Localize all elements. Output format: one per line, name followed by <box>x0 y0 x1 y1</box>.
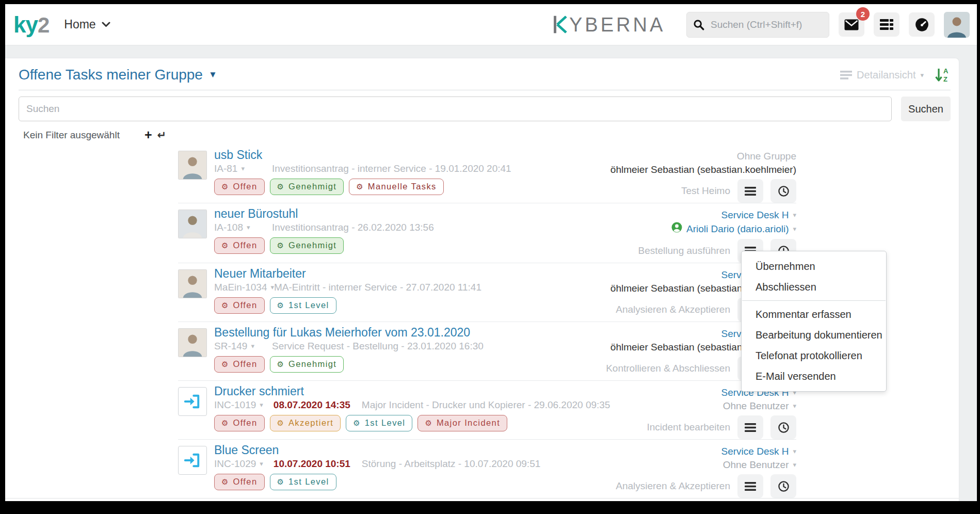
ky2-logo-text: ky <box>13 12 38 38</box>
menu-item[interactable]: Abschliessen <box>742 277 886 297</box>
caret-down-icon: ▾ <box>793 445 796 458</box>
task-row: Bestellung für Lukas Meierhofer vom 23.0… <box>178 322 796 381</box>
page-title[interactable]: Offene Tasks meiner Gruppe <box>19 67 203 83</box>
mail-button[interactable]: 2 <box>839 12 864 37</box>
group-select[interactable]: Service Desk H ▾ <box>616 445 796 458</box>
task-row: Blue Screen INC-1029 ▾ 10.07.2020 10:51 … <box>178 440 796 498</box>
home-menu[interactable]: Home <box>64 18 110 31</box>
row-avatar[interactable] <box>178 269 207 298</box>
task-title[interactable]: usb Stick <box>214 149 611 162</box>
view-selector[interactable]: Detailansicht ▾ <box>840 69 924 81</box>
badge-label: Offen <box>233 240 257 250</box>
filter-status-label: Kein Filter ausgewählt <box>23 130 120 141</box>
row-avatar[interactable] <box>178 151 207 180</box>
gear-icon: ⚙ <box>277 182 284 191</box>
badge-list: ⚙Offen⚙1st Level <box>214 297 611 319</box>
status-badge: ⚙1st Level <box>270 474 336 490</box>
menu-item[interactable]: Übernehmen <box>742 256 886 277</box>
action-line: Test Heimo <box>611 179 796 203</box>
svg-text:A: A <box>943 67 949 75</box>
row-time-button[interactable] <box>770 179 796 203</box>
sort-alpha-button[interactable]: AZ <box>934 67 951 83</box>
current-step-label: Incident bearbeiten <box>647 422 730 433</box>
group-select[interactable]: Ohne Gruppe <box>611 150 796 163</box>
hamburger-icon <box>745 187 756 196</box>
menu-item[interactable]: Telefonat protokollieren <box>742 345 886 366</box>
user-avatar[interactable] <box>944 12 970 38</box>
badge-label: Offen <box>233 418 257 428</box>
gear-icon: ⚙ <box>353 419 360 428</box>
caret-down-icon: ▾ <box>793 458 796 472</box>
user-online-icon <box>671 222 682 236</box>
title-caret-icon[interactable]: ▼ <box>208 70 217 80</box>
task-title[interactable]: neuer Bürostuhl <box>214 207 638 220</box>
return-icon[interactable]: ↵ <box>157 130 167 140</box>
gear-icon: ⚙ <box>277 241 284 250</box>
group-name: Ohne Gruppe <box>737 150 796 163</box>
kyberna-logo-text: YBERNA <box>569 13 665 36</box>
add-filter-icon[interactable]: + <box>144 128 152 141</box>
badge-label: Genehmigt <box>288 240 336 250</box>
assigned-user-name: Ohne Benutzer <box>723 399 789 413</box>
dashboard-button[interactable] <box>909 12 935 37</box>
avatar-photo <box>178 151 207 180</box>
row-time-button[interactable] <box>770 415 796 439</box>
task-id-dropdown[interactable]: INC-1029 ▾ <box>214 458 263 470</box>
global-search-input[interactable] <box>710 19 823 31</box>
ky2-logo[interactable]: ky2 <box>13 12 50 38</box>
user-select[interactable]: öhlmeier Sebastian (sebastian.koehlmeier… <box>611 163 796 176</box>
current-step-label: Test Heimo <box>681 185 730 197</box>
task-assignment: Service Desk H ▾ Ohne Benutzer ▾ Analysi… <box>616 445 796 498</box>
task-meta: Major Incident - Drucker und Kopierer - … <box>362 399 611 411</box>
group-select[interactable]: Service Desk H ▾ <box>638 208 796 222</box>
task-id-dropdown[interactable]: SR-149 ▾ <box>214 340 272 352</box>
task-title[interactable]: Neuer Mitarbeiter <box>214 267 611 280</box>
signin-icon-box[interactable] <box>178 387 207 416</box>
task-title[interactable]: Drucker schmiert <box>214 385 647 398</box>
gear-icon: ⚙ <box>221 477 228 487</box>
caret-down-icon: ▾ <box>260 399 263 411</box>
row-time-button[interactable] <box>770 474 796 498</box>
user-select[interactable]: Ohne Benutzer ▾ <box>647 399 796 413</box>
avatar-photo <box>178 210 207 238</box>
signin-arrow-icon <box>183 451 202 470</box>
badge-label: Offen <box>233 477 257 487</box>
search-icon <box>693 19 704 30</box>
list-search-input[interactable] <box>19 97 892 121</box>
badge-label: 1st Level <box>365 418 406 428</box>
caret-down-icon: ▾ <box>793 399 796 413</box>
search-button[interactable]: Suchen <box>901 97 951 121</box>
task-id-dropdown[interactable]: MaEin-1034 ▾ <box>214 281 274 293</box>
badge-list: ⚙Offen⚙Genehmigt⚙Manuelle Tasks <box>214 179 611 200</box>
task-id-dropdown[interactable]: IA-81 ▾ <box>214 163 272 174</box>
row-avatar[interactable] <box>178 210 207 238</box>
badge-label: Genehmigt <box>288 182 336 191</box>
user-select[interactable]: Arioli Dario (dario.arioli) ▾ <box>638 222 796 236</box>
signin-icon-box[interactable] <box>178 446 207 475</box>
row-actions-button[interactable] <box>737 179 763 203</box>
menu-divider <box>742 300 886 301</box>
sort-alpha-icon: AZ <box>934 67 951 83</box>
task-title[interactable]: Bestellung für Lukas Meierhofer vom 23.0… <box>214 326 606 339</box>
task-list-button[interactable] <box>874 12 899 37</box>
row-avatar[interactable] <box>178 328 207 357</box>
menu-item[interactable]: E-Mail versenden <box>742 366 886 387</box>
task-meta-line: SR-149 ▾ Service Request - Bestellung - … <box>214 340 606 352</box>
task-row: Neuer Mitarbeiter MaEin-1034 ▾ MA-Eintri… <box>178 263 796 322</box>
menu-item[interactable]: Kommentar erfassen <box>742 304 886 325</box>
row-actions-button[interactable] <box>737 415 763 439</box>
badge-list: ⚙Offen⚙Genehmigt <box>214 356 606 378</box>
user-select[interactable]: Ohne Benutzer ▾ <box>616 458 796 472</box>
row-actions-button[interactable] <box>737 474 763 498</box>
task-row: Drucker schmiert INC-1019 ▾ 08.07.2020 1… <box>178 381 796 440</box>
clock-icon <box>778 422 790 433</box>
status-badge: ⚙Offen <box>214 179 265 195</box>
menu-item[interactable]: Bearbeitung dokumentieren <box>742 325 886 345</box>
kyberna-logo: YBERNA <box>553 13 665 36</box>
task-id-dropdown[interactable]: INC-1019 ▾ <box>214 399 263 411</box>
clock-icon <box>778 185 790 197</box>
chevron-down-icon: ▾ <box>920 71 924 79</box>
task-title[interactable]: Blue Screen <box>214 444 616 457</box>
badge-label: 1st Level <box>288 300 329 310</box>
task-id-dropdown[interactable]: IA-108 ▾ <box>214 221 272 233</box>
